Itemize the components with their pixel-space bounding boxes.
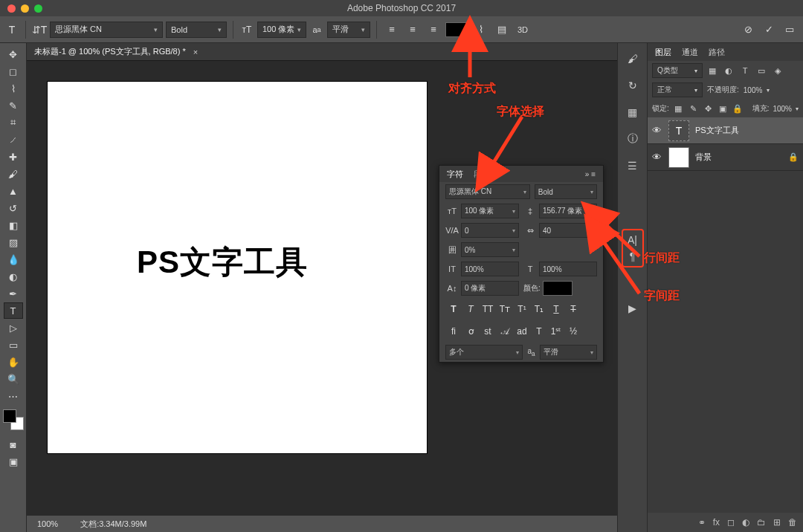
screen-mode-button[interactable]: ▣ <box>4 453 23 470</box>
swash-button[interactable]: 𝒜 <box>498 325 512 338</box>
underline-button[interactable]: T <box>549 302 563 316</box>
lock-position-icon[interactable]: ✥ <box>703 104 714 114</box>
italic-button[interactable]: T <box>464 302 477 316</box>
filter-pixel-icon[interactable]: ▦ <box>706 64 719 77</box>
type-tool[interactable]: T <box>4 302 23 319</box>
char-antialias[interactable]: 平滑▾ <box>540 345 597 360</box>
foreground-background-colors[interactable] <box>3 409 24 430</box>
gradient-tool[interactable]: ▨ <box>4 234 23 250</box>
titling-button[interactable]: T <box>532 325 546 338</box>
move-tool[interactable]: ✥ <box>4 46 23 62</box>
minimize-window-button[interactable] <box>21 4 29 13</box>
blur-tool[interactable]: 💧 <box>4 251 23 267</box>
layer-name[interactable]: 背景 <box>695 152 782 163</box>
delete-layer-icon[interactable]: 🗑 <box>788 517 797 528</box>
path-select-tool[interactable]: ▷ <box>4 319 23 336</box>
panel-menu-icon[interactable]: » ≡ <box>585 170 596 178</box>
tab-paths[interactable]: 路径 <box>709 47 725 58</box>
close-window-button[interactable] <box>7 4 16 13</box>
char-language[interactable]: 多个▾ <box>445 345 523 360</box>
tab-paragraph[interactable]: 段落 <box>474 169 490 180</box>
lasso-tool[interactable]: ⌇ <box>4 80 23 97</box>
document-tab[interactable]: 未标题-1 @ 100% (PS文字工具, RGB/8) * × <box>27 43 617 61</box>
layer-thumbnail-text[interactable]: T <box>668 120 689 141</box>
eraser-tool[interactable]: ◧ <box>4 217 23 233</box>
char-font-weight[interactable]: Bold▾ <box>535 184 597 199</box>
marquee-tool[interactable]: ◻ <box>4 63 23 80</box>
visibility-icon[interactable]: 👁 <box>652 125 662 136</box>
lock-all-icon[interactable]: 🔒 <box>732 104 744 114</box>
char-vscale[interactable]: 100% <box>461 262 519 276</box>
workspace-panel-button[interactable]: ▭ <box>781 21 799 39</box>
stamp-tool[interactable]: ▲ <box>4 183 23 199</box>
history-panel-icon[interactable]: ↻ <box>625 77 641 94</box>
lock-artboard-icon[interactable]: ▣ <box>717 104 729 114</box>
font-family-select[interactable]: 思源黑体 CN▾ <box>50 22 163 38</box>
ordinals-button[interactable]: 1ˢᵗ <box>549 325 563 338</box>
superscript-button[interactable]: T¹ <box>515 302 529 316</box>
smallcaps-button[interactable]: Tᴛ <box>498 302 512 316</box>
paragraph-panel-icon[interactable]: ¶ <box>625 248 641 265</box>
bold-button[interactable]: T <box>447 302 460 316</box>
3d-button[interactable]: 3D <box>514 21 532 39</box>
layer-row[interactable]: 👁 T PS文字工具 <box>648 117 803 144</box>
text-layer-content[interactable]: PS文字工具 <box>137 241 308 283</box>
discretionary-button[interactable]: st <box>481 325 494 338</box>
char-tsume[interactable]: 0%▾ <box>461 242 519 257</box>
filter-smart-icon[interactable]: ◈ <box>771 64 784 77</box>
font-weight-select[interactable]: Bold▾ <box>166 22 227 38</box>
layer-filter-select[interactable]: Q类型▾ <box>652 63 703 78</box>
cancel-edit-button[interactable]: ⊘ <box>739 21 757 39</box>
layer-fx-icon[interactable]: fx <box>713 517 720 528</box>
blend-mode-select[interactable]: 正常▾ <box>652 82 703 97</box>
text-color-swatch[interactable] <box>445 22 469 37</box>
strike-button[interactable]: T <box>567 302 580 316</box>
char-kerning[interactable]: 0▾ <box>461 223 519 238</box>
maximize-window-button[interactable] <box>34 4 42 13</box>
zoom-level[interactable]: 100% <box>37 519 58 528</box>
properties-panel-icon[interactable]: ☰ <box>625 158 641 174</box>
stylistic-button[interactable]: ad <box>515 325 529 338</box>
tab-channels[interactable]: 通道 <box>682 47 698 58</box>
layer-name[interactable]: PS文字工具 <box>695 125 799 136</box>
align-right-button[interactable]: ≡ <box>425 21 442 39</box>
contextual-button[interactable]: ơ <box>464 325 477 338</box>
layer-mask-icon[interactable]: ◻ <box>727 517 735 528</box>
ligatures-button[interactable]: fi <box>447 325 460 338</box>
allcaps-button[interactable]: TT <box>481 302 494 316</box>
lock-transparency-icon[interactable]: ▦ <box>673 104 684 114</box>
dodge-tool[interactable]: ◐ <box>4 268 23 285</box>
quick-mask-button[interactable]: ◙ <box>4 436 23 452</box>
history-brush-tool[interactable]: ↺ <box>4 200 23 216</box>
crop-tool[interactable]: ⌗ <box>4 114 23 131</box>
layer-row[interactable]: 👁 背景 🔒 <box>648 144 803 171</box>
char-hscale[interactable]: 100% <box>539 262 597 276</box>
group-icon[interactable]: 🗀 <box>757 517 766 528</box>
align-left-button[interactable]: ≡ <box>383 21 401 39</box>
info-panel-icon[interactable]: ⓘ <box>625 131 641 147</box>
hand-tool[interactable]: ✋ <box>4 354 23 370</box>
warp-text-button[interactable]: ⌇ <box>472 21 490 39</box>
opacity-value[interactable]: 100% <box>744 86 763 94</box>
link-layers-icon[interactable]: ⚭ <box>698 517 706 528</box>
close-tab-icon[interactable]: × <box>193 48 198 56</box>
layer-thumbnail[interactable] <box>668 147 689 168</box>
fractions-button[interactable]: ½ <box>567 325 580 338</box>
adjustment-layer-icon[interactable]: ◐ <box>742 517 749 528</box>
eyedropper-tool[interactable]: ⟋ <box>4 132 23 148</box>
fill-value[interactable]: 100% <box>773 105 792 113</box>
commit-edit-button[interactable]: ✓ <box>760 21 778 39</box>
char-baseline[interactable]: 0 像素 <box>461 281 519 296</box>
zoom-tool[interactable]: 🔍 <box>4 371 23 387</box>
quick-select-tool[interactable]: ✎ <box>4 97 23 114</box>
brush-tool[interactable]: 🖌 <box>4 166 23 182</box>
filter-adjust-icon[interactable]: ◐ <box>722 64 735 77</box>
font-size-select[interactable]: 100 像素▾ <box>257 22 306 38</box>
swatches-panel-icon[interactable]: ▦ <box>625 104 641 120</box>
char-color-swatch[interactable] <box>543 281 573 296</box>
subscript-button[interactable]: T₁ <box>532 302 546 316</box>
brushes-panel-icon[interactable]: 🖌 <box>625 51 641 67</box>
canvas[interactable]: PS文字工具 <box>48 82 427 453</box>
character-panel-button[interactable]: ▤ <box>493 21 511 39</box>
orientation-toggle-icon[interactable]: ⇵T <box>32 22 47 37</box>
